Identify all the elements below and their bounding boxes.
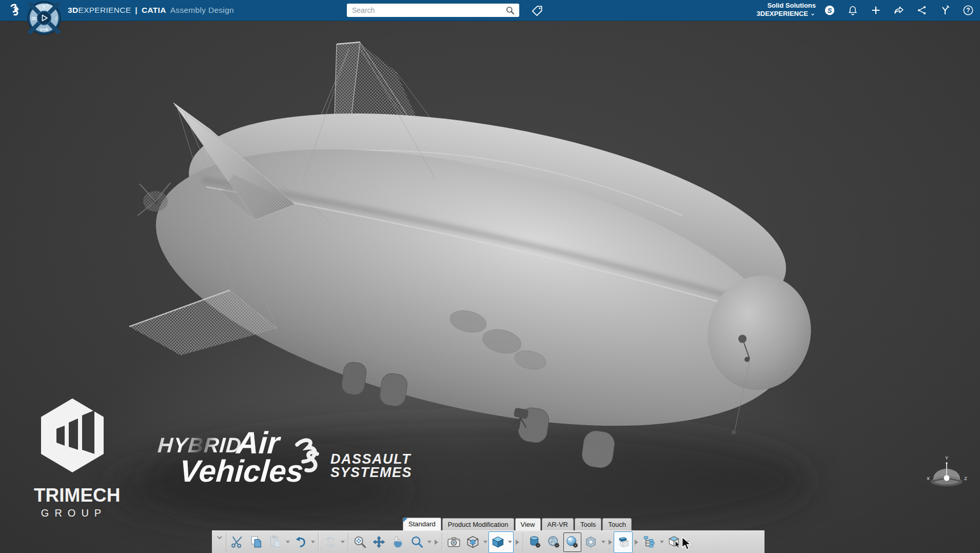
action-bar-tabs: StandardProduct ModificationViewAR-VRToo… [403,518,632,530]
rotate-button[interactable] [388,531,407,553]
dropdown-triangle-icon [311,541,315,543]
capture-button[interactable] [444,531,463,553]
tab-touch[interactable]: Touch [602,518,632,530]
tab-view[interactable]: View [515,518,541,530]
hexagon-icon [584,535,598,549]
viewport-3d[interactable] [0,0,980,553]
dropdown-arrow[interactable] [600,532,606,552]
expand-group-arrow[interactable] [606,532,614,552]
top-bar: 3DEXPERIENCE | CATIA Assembly Design Sol… [0,0,980,21]
undo-button[interactable] [291,531,310,553]
expand-triangle-icon [435,540,438,545]
add-content-button[interactable] [870,5,881,16]
dropdown-arrow[interactable] [340,532,346,552]
pan-button[interactable] [369,531,388,553]
undo-icon [293,535,307,549]
tab-ar-vr[interactable]: AR-VR [542,518,574,530]
data-options-button[interactable] [525,531,544,553]
dropdown-arrow[interactable] [684,532,690,552]
dassault-systemes-logo: DASSAULT SYSTEMES [289,433,412,481]
expand-triangle-icon [516,540,519,545]
toolbar-separator [523,533,523,551]
tag-icon[interactable] [531,4,544,17]
globe-gear-icon [547,535,561,549]
notifications-button[interactable] [847,5,858,16]
paste-icon [268,535,282,549]
paste-button[interactable] [266,531,285,553]
compass-north-icon: Y [43,5,46,10]
collapse-action-bar-button[interactable] [213,532,226,552]
expand-triangle-icon [609,540,612,545]
dropdown-arrow[interactable] [310,532,316,552]
camera-icon [447,535,461,549]
trimech-subtitle: GROUP [37,507,111,519]
dropdown-arrow[interactable] [507,532,513,552]
zoom-button[interactable] [407,531,426,553]
tab-label: AR-VR [547,521,568,528]
axis-label-x: X [927,476,930,481]
rotate-icon [391,535,405,549]
s-badge-icon: S [824,5,835,16]
search-input[interactable] [351,6,505,15]
account-line1: Solid Solutions [739,2,816,10]
dropdown-triangle-icon [508,541,512,543]
zoom-fit-icon [353,535,367,549]
tab-product-modification[interactable]: Product Modification [442,518,514,530]
database-gear-icon [528,535,542,549]
bottom-toolbar [212,530,765,553]
ds-line1: DASSAULT [330,452,412,466]
shaded-cube-icon[interactable] [489,532,507,552]
box-select-icon [616,535,630,549]
hybrid-air-vehicles-logo: HYBRID Air Vehicles [155,429,306,484]
expand-group-arrow[interactable] [633,532,640,552]
dropdown-arrow[interactable] [285,532,291,552]
environment-options-button[interactable] [544,531,563,553]
scene-options-button[interactable] [563,532,581,552]
pan-icon [372,535,386,549]
dropdown-triangle-icon [341,541,345,543]
explore-mode-button[interactable] [614,531,633,553]
search-icon[interactable] [505,5,515,15]
3dexperience-compass[interactable]: Y 3D i V+R [27,1,62,35]
account-menu[interactable]: Solid Solutions 3DEXPERIENCE [739,2,816,20]
dropdown-triangle-icon [286,541,290,543]
search-box[interactable] [347,4,519,17]
svg-text:S: S [828,7,832,14]
help-icon: ? [963,5,974,16]
me-profile-button[interactable] [939,5,951,16]
design-tree-button[interactable] [640,531,659,553]
dropdown-arrow[interactable] [659,532,665,552]
dropdown-arrow[interactable] [426,532,433,552]
tab-label: Product Modification [448,521,508,528]
dropdown-triangle-icon [685,541,689,543]
select-mode-button[interactable] [665,531,684,553]
expand-triangle-icon [635,540,638,545]
3ds-logo-icon[interactable] [4,3,25,18]
expand-group-arrow[interactable] [514,532,521,552]
dropdown-triangle-icon [660,541,664,543]
app-title: 3DEXPERIENCE | CATIA Assembly Design [68,0,234,21]
application-window: TRIMECH GROUP HYBRID Air Vehicles DASSAU… [0,0,980,553]
dropdown-triangle-icon [601,541,605,543]
view-orientation-button[interactable] [463,531,482,553]
copy-button[interactable] [247,531,266,553]
update-button[interactable] [321,531,340,553]
dropdown-arrow[interactable] [482,532,488,552]
collaborate-button[interactable] [916,5,928,16]
tab-standard[interactable]: Standard [403,518,441,530]
tab-tools[interactable]: Tools [575,518,601,530]
view-axis-indicator[interactable]: Y X Z [921,455,972,499]
3dswym-button[interactable]: S [824,5,835,16]
help-button[interactable]: ? [963,5,974,16]
volume-filter-button[interactable] [581,531,600,553]
plus-icon [870,5,881,16]
toolbar-separator [318,533,319,551]
cut-button[interactable] [228,531,247,553]
toolbar-separator [348,533,348,551]
share-button[interactable] [893,5,905,16]
shaded-cube-icon [491,535,505,549]
expand-group-arrow[interactable] [433,532,440,552]
hav-word-vehicles: Vehicles [179,459,304,484]
fit-all-in-button[interactable] [350,531,369,553]
render-style-shaded-button[interactable] [488,531,514,553]
